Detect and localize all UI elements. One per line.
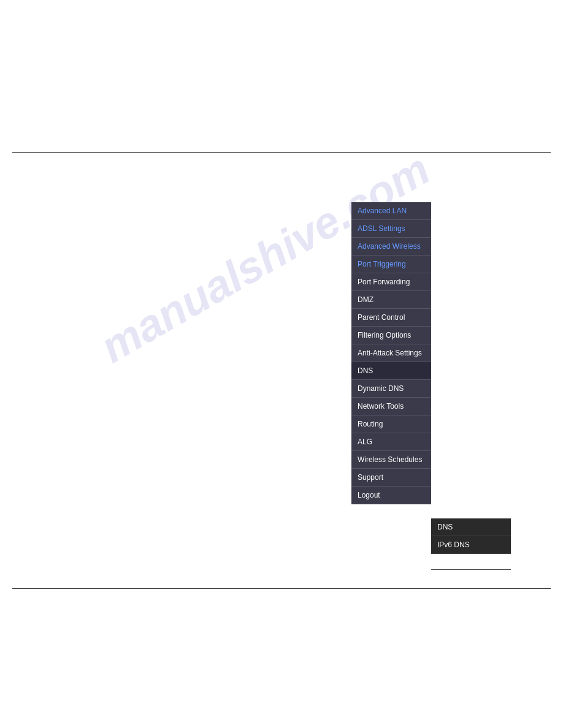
menu-item-network-tools[interactable]: Network Tools	[351, 398, 431, 415]
menu-item-dns[interactable]: DNS DNS IPv6 DNS	[351, 362, 431, 380]
menu-label-filtering-options: Filtering Options	[358, 331, 411, 339]
menu-label-advanced-lan: Advanced LAN	[358, 207, 407, 215]
menu-label-alg: ALG	[358, 438, 372, 446]
menu-label-routing: Routing	[358, 420, 383, 428]
submenu-item-dns[interactable]: DNS	[431, 518, 511, 536]
menu-label-adsl-settings: ADSL Settings	[358, 224, 405, 233]
menu-label-logout: Logout	[358, 491, 380, 499]
menu-label-network-tools: Network Tools	[358, 402, 404, 411]
top-rule	[12, 152, 551, 153]
menu-item-dynamic-dns[interactable]: Dynamic DNS	[351, 380, 431, 398]
menu-item-filtering-options[interactable]: Filtering Options	[351, 327, 431, 344]
menu-item-wireless-schedules[interactable]: Wireless Schedules	[351, 451, 431, 469]
menu-label-dns: DNS	[358, 366, 373, 375]
menu-item-support[interactable]: Support	[351, 469, 431, 487]
menu-item-dmz[interactable]: DMZ	[351, 291, 431, 309]
dns-submenu: DNS IPv6 DNS	[431, 518, 511, 570]
menu-label-support: Support	[358, 473, 383, 482]
menu-item-anti-attack-settings[interactable]: Anti-Attack Settings	[351, 344, 431, 362]
menu-label-advanced-wireless: Advanced Wireless	[358, 242, 421, 251]
menu-item-parent-control[interactable]: Parent Control	[351, 309, 431, 327]
submenu-item-empty	[431, 554, 511, 570]
menu-item-routing[interactable]: Routing	[351, 415, 431, 433]
menu-label-port-triggering: Port Triggering	[358, 260, 406, 268]
menu-label-port-forwarding: Port Forwarding	[358, 278, 410, 286]
menu-item-alg[interactable]: ALG	[351, 433, 431, 451]
menu-label-anti-attack-settings: Anti-Attack Settings	[358, 349, 422, 357]
menu-label-parent-control: Parent Control	[358, 313, 405, 322]
submenu-label-ipv6-dns: IPv6 DNS	[437, 540, 470, 549]
menu-item-adsl-settings[interactable]: ADSL Settings	[351, 220, 431, 238]
bottom-rule	[12, 588, 551, 589]
menu-item-port-triggering[interactable]: Port Triggering	[351, 256, 431, 273]
menu-item-port-forwarding[interactable]: Port Forwarding	[351, 273, 431, 291]
menu-item-advanced-lan[interactable]: Advanced LAN	[351, 202, 431, 220]
main-menu: Advanced LAN ADSL Settings Advanced Wire…	[351, 202, 431, 504]
menu-item-logout[interactable]: Logout	[351, 487, 431, 504]
menu-label-wireless-schedules: Wireless Schedules	[358, 455, 422, 464]
menu-label-dynamic-dns: Dynamic DNS	[358, 384, 404, 393]
submenu-label-dns: DNS	[437, 523, 453, 531]
menu-item-advanced-wireless[interactable]: Advanced Wireless	[351, 238, 431, 256]
submenu-item-ipv6-dns[interactable]: IPv6 DNS	[431, 536, 511, 554]
menu-label-dmz: DMZ	[358, 295, 373, 304]
